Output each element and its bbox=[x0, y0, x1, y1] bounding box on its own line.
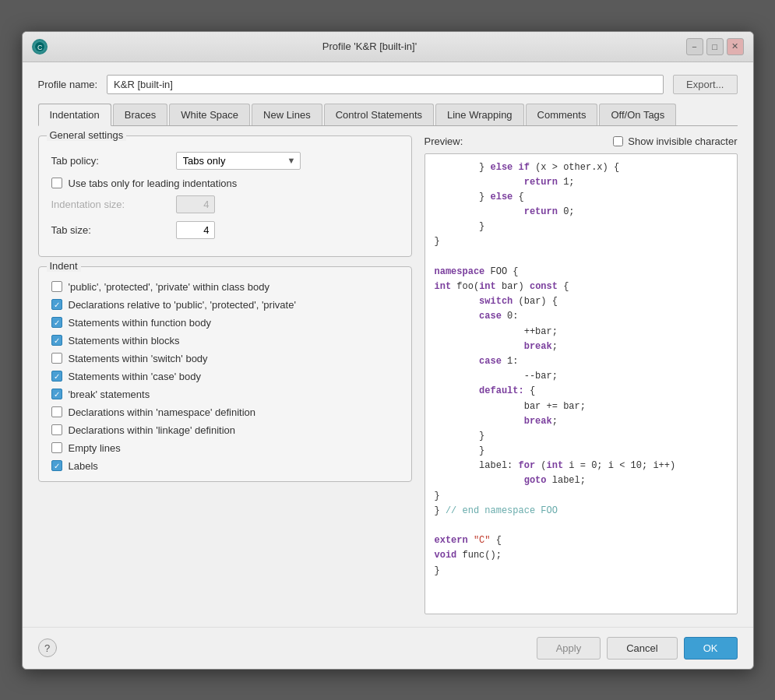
code-line-14: case 1: bbox=[435, 354, 727, 369]
tab-braces[interactable]: Braces bbox=[113, 104, 167, 125]
indent-checkbox-10[interactable] bbox=[51, 460, 62, 471]
code-line-10: switch (bar) { bbox=[435, 294, 727, 309]
code-line-15: --bar; bbox=[435, 369, 727, 384]
dialog-content: Profile name: Export... Indentation Brac… bbox=[23, 62, 753, 627]
tab-comments[interactable]: Comments bbox=[526, 104, 598, 125]
indent-item-6: 'break' statements bbox=[51, 389, 399, 400]
indent-label-7: Declarations within 'namespace' definiti… bbox=[69, 406, 256, 418]
indent-checkbox-1[interactable] bbox=[51, 299, 62, 310]
indent-checkbox-7[interactable] bbox=[51, 406, 62, 417]
show-invisible-checkbox[interactable] bbox=[613, 136, 623, 146]
indent-size-input bbox=[176, 195, 215, 213]
indent-label-1: Declarations relative to 'public', 'prot… bbox=[69, 299, 296, 311]
code-line-21: label: for (int i = 0; i < 10; i++) bbox=[435, 459, 727, 473]
code-line-18: break; bbox=[435, 414, 727, 429]
tab-linewrap[interactable]: Line Wrapping bbox=[435, 104, 524, 125]
tab-size-input[interactable] bbox=[176, 221, 215, 239]
code-line-5: } bbox=[435, 220, 727, 234]
indent-label-3: Statements within blocks bbox=[69, 335, 180, 346]
profile-row: Profile name: Export... bbox=[38, 75, 738, 94]
indent-checkbox-8[interactable] bbox=[51, 424, 62, 435]
indent-items: 'public', 'protected', 'private' within … bbox=[51, 281, 399, 472]
indent-checkbox-3[interactable] bbox=[51, 335, 62, 346]
indent-item-2: Statements within function body bbox=[51, 317, 399, 329]
tab-policy-row: Tab policy: Tabs only Spaces only Mixed … bbox=[51, 152, 399, 170]
tab-size-row: Tab size: bbox=[51, 221, 399, 239]
tab-newlines[interactable]: New Lines bbox=[252, 104, 322, 125]
code-line-2: return 1; bbox=[435, 175, 727, 190]
code-line-16: default: { bbox=[435, 384, 727, 399]
indent-item-10: Labels bbox=[51, 460, 399, 472]
indent-item-1: Declarations relative to 'public', 'prot… bbox=[51, 299, 399, 311]
code-line-9: int foo(int bar) const { bbox=[435, 280, 727, 294]
tab-size-label: Tab size: bbox=[51, 224, 176, 236]
tab-offon[interactable]: Off/On Tags bbox=[599, 104, 676, 125]
indent-item-8: Declarations within 'linkage' definition bbox=[51, 424, 399, 436]
indent-item-7: Declarations within 'namespace' definiti… bbox=[51, 406, 399, 418]
tab-indentation[interactable]: Indentation bbox=[38, 104, 111, 126]
indent-label-5: Statements within 'case' body bbox=[69, 371, 201, 382]
code-line-23: } bbox=[435, 489, 727, 504]
close-button[interactable]: ✕ bbox=[727, 38, 744, 55]
export-button[interactable]: Export... bbox=[673, 75, 737, 94]
titlebar-controls: − □ ✕ bbox=[686, 38, 744, 55]
code-line-7 bbox=[435, 250, 727, 265]
indent-size-label: Indentation size: bbox=[51, 199, 176, 210]
code-line-13: break; bbox=[435, 339, 727, 354]
code-line-1: } else if (x > other.x) { bbox=[435, 160, 727, 175]
app-icon: C bbox=[32, 39, 48, 55]
code-line-4: return 0; bbox=[435, 205, 727, 220]
indent-checkbox-0[interactable] bbox=[51, 281, 62, 292]
indent-checkbox-5[interactable] bbox=[51, 371, 62, 382]
indent-item-3: Statements within blocks bbox=[51, 335, 399, 346]
code-line-20: } bbox=[435, 444, 727, 459]
indent-section-title: Indent bbox=[47, 260, 81, 272]
use-tabs-checkbox[interactable] bbox=[51, 178, 62, 188]
indent-checkbox-6[interactable] bbox=[51, 389, 62, 399]
titlebar: C Profile 'K&R [built-in]' − □ ✕ bbox=[23, 32, 753, 62]
tab-control[interactable]: Control Statements bbox=[324, 104, 434, 125]
bottom-bar: ? Apply Cancel OK bbox=[23, 627, 753, 669]
use-tabs-label: Use tabs only for leading indentations bbox=[69, 178, 238, 189]
svg-text:C: C bbox=[37, 44, 43, 51]
help-button[interactable]: ? bbox=[38, 638, 57, 657]
minimize-button[interactable]: − bbox=[686, 38, 703, 55]
indent-item-5: Statements within 'case' body bbox=[51, 371, 399, 382]
tab-policy-select[interactable]: Tabs only Spaces only Mixed bbox=[176, 152, 301, 170]
code-line-28: } bbox=[435, 564, 727, 579]
tab-policy-label: Tab policy: bbox=[51, 155, 176, 167]
indent-item-4: Statements within 'switch' body bbox=[51, 353, 399, 364]
profile-name-input[interactable] bbox=[107, 75, 664, 94]
indent-label-0: 'public', 'protected', 'private' within … bbox=[69, 281, 269, 293]
indent-checkbox-9[interactable] bbox=[51, 442, 62, 453]
preview-header: Preview: Show invisible character bbox=[424, 135, 738, 147]
cancel-button[interactable]: Cancel bbox=[607, 637, 677, 660]
code-line-25 bbox=[435, 519, 727, 533]
code-line-19: } bbox=[435, 429, 727, 444]
show-invisible-row: Show invisible character bbox=[613, 135, 737, 147]
code-line-8: namespace FOO { bbox=[435, 265, 727, 280]
ok-button[interactable]: OK bbox=[684, 637, 738, 660]
main-area: General settings Tab policy: Tabs only S… bbox=[38, 135, 738, 614]
left-panel: General settings Tab policy: Tabs only S… bbox=[38, 135, 412, 614]
tabs-bar: Indentation Braces White Space New Lines… bbox=[38, 104, 738, 126]
indent-checkbox-2[interactable] bbox=[51, 317, 62, 328]
indent-item-9: Empty lines bbox=[51, 442, 399, 454]
action-buttons: Apply Cancel OK bbox=[537, 637, 738, 660]
code-line-26: extern "C" { bbox=[435, 533, 727, 548]
apply-button[interactable]: Apply bbox=[537, 637, 601, 660]
profile-name-label: Profile name: bbox=[38, 79, 98, 90]
use-tabs-row: Use tabs only for leading indentations bbox=[51, 178, 399, 189]
tab-whitespace[interactable]: White Space bbox=[169, 104, 250, 125]
indent-label-9: Empty lines bbox=[69, 442, 121, 454]
maximize-button[interactable]: □ bbox=[706, 38, 724, 55]
indent-size-row: Indentation size: bbox=[51, 195, 399, 213]
indent-label-4: Statements within 'switch' body bbox=[69, 353, 208, 364]
tab-policy-dropdown-wrapper: Tabs only Spaces only Mixed ▼ bbox=[176, 152, 301, 170]
indent-checkbox-4[interactable] bbox=[51, 353, 62, 364]
indent-label-2: Statements within function body bbox=[69, 317, 212, 329]
dialog: C Profile 'K&R [built-in]' − □ ✕ Profile… bbox=[22, 31, 754, 670]
right-panel: Preview: Show invisible character } else… bbox=[424, 135, 738, 614]
indent-section: Indent 'public', 'protected', 'private' … bbox=[38, 266, 412, 482]
code-line-6: } bbox=[435, 234, 727, 249]
